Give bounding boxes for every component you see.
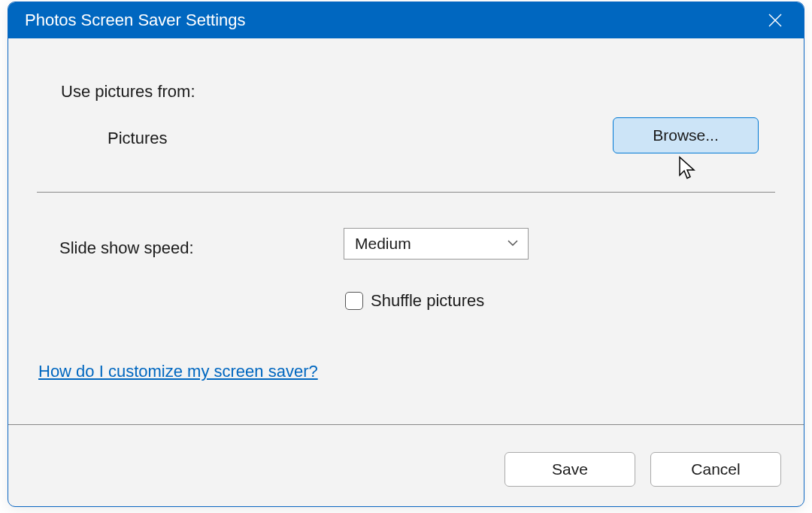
dialog-footer: Save Cancel: [504, 452, 781, 487]
close-icon: [768, 13, 783, 28]
save-button[interactable]: Save: [504, 452, 635, 487]
titlebar: Photos Screen Saver Settings: [8, 2, 804, 38]
chevron-down-icon: [507, 235, 519, 253]
pictures-source-label: Use pictures from:: [61, 82, 195, 102]
window-title: Photos Screen Saver Settings: [25, 11, 246, 30]
footer-divider: [8, 424, 804, 425]
shuffle-checkbox[interactable]: [345, 292, 363, 310]
slideshow-speed-dropdown[interactable]: Medium: [344, 228, 529, 260]
section-divider: [37, 192, 775, 193]
cursor-icon: [677, 156, 698, 181]
help-link[interactable]: How do I customize my screen saver?: [38, 362, 318, 381]
close-button[interactable]: [760, 5, 790, 35]
browse-button[interactable]: Browse...: [613, 117, 759, 153]
pictures-folder-value: Pictures: [108, 129, 167, 148]
cancel-button[interactable]: Cancel: [650, 452, 781, 487]
slideshow-speed-label: Slide show speed:: [59, 238, 194, 258]
dialog-content: Use pictures from: Pictures Browse... Sl…: [8, 38, 804, 506]
settings-dialog: Photos Screen Saver Settings Use picture…: [8, 2, 804, 507]
dropdown-value: Medium: [355, 235, 411, 253]
shuffle-row: Shuffle pictures: [345, 291, 484, 311]
shuffle-label[interactable]: Shuffle pictures: [371, 291, 484, 311]
